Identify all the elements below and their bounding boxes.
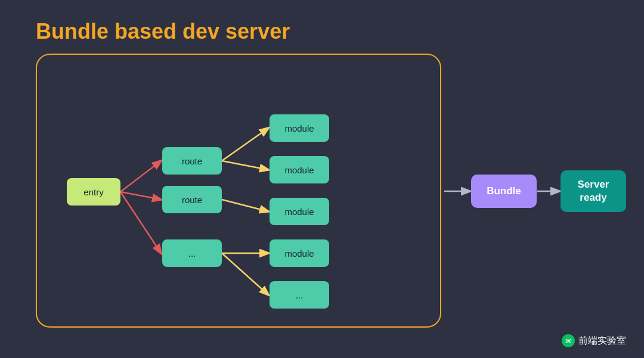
svg-line-3 bbox=[222, 128, 268, 161]
module2-node: module bbox=[270, 156, 329, 183]
svg-line-1 bbox=[120, 192, 161, 200]
module1-node: module bbox=[270, 114, 329, 142]
svg-line-7 bbox=[222, 253, 268, 295]
dots1-node: ... bbox=[162, 239, 222, 267]
module3-node: module bbox=[270, 198, 329, 225]
wechat-icon: ✉ bbox=[562, 334, 575, 347]
svg-line-4 bbox=[222, 161, 268, 170]
page-title: Bundle based dev server bbox=[36, 19, 290, 44]
watermark: ✉ 前端实验室 bbox=[562, 334, 626, 347]
route1-node: route bbox=[162, 147, 222, 175]
route2-node: route bbox=[162, 186, 222, 213]
watermark-label: 前端实验室 bbox=[578, 335, 626, 347]
server-ready-node: Serverready bbox=[561, 170, 626, 212]
svg-line-0 bbox=[120, 161, 161, 192]
bundle-node: Bundle bbox=[471, 175, 537, 208]
dots2-node: ... bbox=[270, 281, 329, 309]
svg-line-5 bbox=[222, 200, 268, 211]
diagram-box: entry route route ... module module modu… bbox=[36, 54, 441, 328]
entry-node: entry bbox=[67, 178, 120, 206]
module4-node: module bbox=[270, 239, 329, 267]
svg-line-2 bbox=[120, 192, 161, 253]
